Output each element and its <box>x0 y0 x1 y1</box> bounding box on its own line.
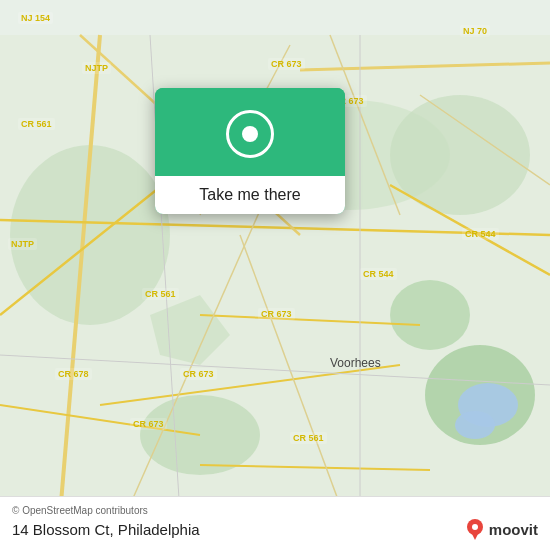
road-label: NJTP <box>8 238 37 250</box>
svg-point-9 <box>455 411 495 439</box>
svg-point-4 <box>390 280 470 350</box>
svg-point-30 <box>472 524 478 530</box>
location-pin-icon <box>226 110 274 158</box>
road-label: NJ 70 <box>460 25 490 37</box>
svg-marker-29 <box>471 532 479 540</box>
road-label: CR 673 <box>258 308 295 320</box>
road-label: CR 561 <box>142 288 179 300</box>
copyright-text: © OpenStreetMap contributors <box>12 505 538 516</box>
road-label: CR 673 <box>130 418 167 430</box>
moovit-logo: moovit <box>464 518 538 540</box>
road-label: CR 561 <box>290 432 327 444</box>
popup-label-area: Take me there <box>155 176 345 214</box>
address-row: 14 Blossom Ct, Philadelphia moovit <box>12 518 538 540</box>
map-container: NJ 154NJTPCR 561NJTPCR 673CR 673NJ 70CR … <box>0 0 550 550</box>
road-label: CR 561 <box>18 118 55 130</box>
road-label: CR 544 <box>462 228 499 240</box>
road-label: NJTP <box>82 62 111 74</box>
take-me-there-button[interactable]: Take me there <box>167 186 333 204</box>
popup-icon-area <box>155 88 345 176</box>
road-label: CR 678 <box>55 368 92 380</box>
address-text: 14 Blossom Ct, Philadelphia <box>12 521 200 538</box>
moovit-text: moovit <box>489 521 538 538</box>
popup-card: Take me there <box>155 88 345 214</box>
location-pin-dot <box>242 126 258 142</box>
moovit-icon <box>464 518 486 540</box>
road-label: CR 673 <box>268 58 305 70</box>
place-label: Voorhees <box>330 356 381 370</box>
bottom-bar: © OpenStreetMap contributors 14 Blossom … <box>0 496 550 550</box>
road-label: CR 544 <box>360 268 397 280</box>
road-label: NJ 154 <box>18 12 53 24</box>
road-label: CR 673 <box>180 368 217 380</box>
